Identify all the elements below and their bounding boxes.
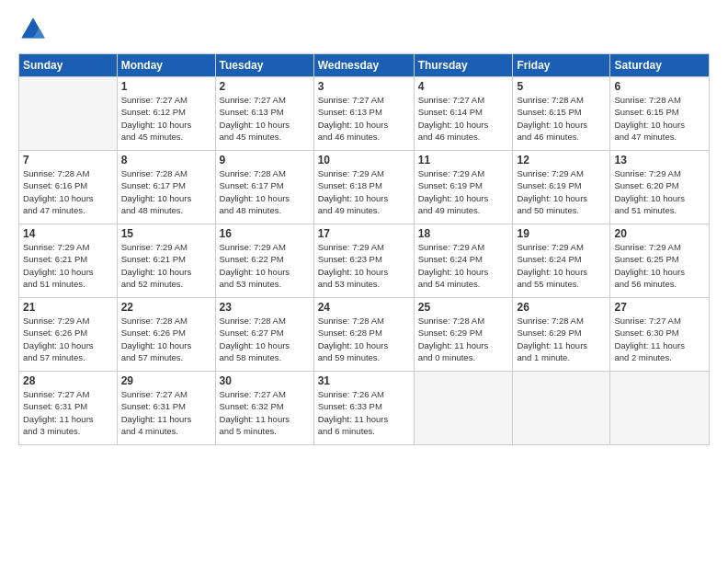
calendar-cell: 1Sunrise: 7:27 AM Sunset: 6:12 PM Daylig… <box>117 77 215 151</box>
day-info: Sunrise: 7:28 AM Sunset: 6:29 PM Dayligh… <box>418 315 509 363</box>
day-info: Sunrise: 7:28 AM Sunset: 6:15 PM Dayligh… <box>517 94 606 143</box>
calendar-cell: 20Sunrise: 7:29 AM Sunset: 6:25 PM Dayli… <box>610 224 710 298</box>
day-number: 12 <box>517 154 606 167</box>
day-info: Sunrise: 7:29 AM Sunset: 6:26 PM Dayligh… <box>23 315 113 363</box>
day-number: 8 <box>121 154 211 167</box>
day-number: 6 <box>614 80 705 93</box>
calendar-cell: 28Sunrise: 7:27 AM Sunset: 6:31 PM Dayli… <box>19 372 118 445</box>
calendar-cell: 21Sunrise: 7:29 AM Sunset: 6:26 PM Dayli… <box>19 298 118 372</box>
day-number: 4 <box>418 80 509 93</box>
weekday-header-row: SundayMondayTuesdayWednesdayThursdayFrid… <box>19 54 710 77</box>
day-info: Sunrise: 7:29 AM Sunset: 6:19 PM Dayligh… <box>517 167 606 216</box>
day-number: 1 <box>121 80 211 93</box>
calendar-week-row: 1Sunrise: 7:27 AM Sunset: 6:12 PM Daylig… <box>19 77 710 151</box>
calendar-week-row: 14Sunrise: 7:29 AM Sunset: 6:21 PM Dayli… <box>19 224 710 298</box>
day-info: Sunrise: 7:28 AM Sunset: 6:17 PM Dayligh… <box>220 167 310 216</box>
weekday-header-tuesday: Tuesday <box>215 54 313 77</box>
calendar-cell: 13Sunrise: 7:29 AM Sunset: 6:20 PM Dayli… <box>610 151 710 224</box>
calendar-cell: 2Sunrise: 7:27 AM Sunset: 6:13 PM Daylig… <box>215 77 313 151</box>
day-number: 16 <box>220 227 310 240</box>
calendar-cell: 8Sunrise: 7:28 AM Sunset: 6:17 PM Daylig… <box>117 151 215 224</box>
calendar-cell: 24Sunrise: 7:28 AM Sunset: 6:28 PM Dayli… <box>313 298 414 372</box>
day-number: 21 <box>23 301 113 314</box>
day-info: Sunrise: 7:28 AM Sunset: 6:17 PM Dayligh… <box>121 167 211 216</box>
day-info: Sunrise: 7:26 AM Sunset: 6:33 PM Dayligh… <box>318 388 410 437</box>
day-number: 14 <box>23 227 113 240</box>
calendar-cell: 9Sunrise: 7:28 AM Sunset: 6:17 PM Daylig… <box>215 151 313 224</box>
calendar-week-row: 7Sunrise: 7:28 AM Sunset: 6:16 PM Daylig… <box>19 151 710 224</box>
calendar-cell: 6Sunrise: 7:28 AM Sunset: 6:15 PM Daylig… <box>610 77 710 151</box>
day-info: Sunrise: 7:27 AM Sunset: 6:30 PM Dayligh… <box>614 315 705 363</box>
day-number: 11 <box>418 154 509 167</box>
day-info: Sunrise: 7:28 AM Sunset: 6:26 PM Dayligh… <box>121 315 211 363</box>
weekday-header-sunday: Sunday <box>19 54 118 77</box>
day-number: 28 <box>23 374 113 387</box>
day-info: Sunrise: 7:27 AM Sunset: 6:32 PM Dayligh… <box>220 388 310 437</box>
day-number: 3 <box>318 80 410 93</box>
day-number: 2 <box>220 80 310 93</box>
day-info: Sunrise: 7:29 AM Sunset: 6:24 PM Dayligh… <box>418 241 509 290</box>
calendar-cell: 18Sunrise: 7:29 AM Sunset: 6:24 PM Dayli… <box>414 224 513 298</box>
page: SundayMondayTuesdayWednesdayThursdayFrid… <box>0 0 728 563</box>
calendar-cell: 19Sunrise: 7:29 AM Sunset: 6:24 PM Dayli… <box>513 224 610 298</box>
calendar-cell <box>414 372 513 445</box>
calendar-cell: 7Sunrise: 7:28 AM Sunset: 6:16 PM Daylig… <box>19 151 118 224</box>
day-info: Sunrise: 7:29 AM Sunset: 6:24 PM Dayligh… <box>517 241 606 290</box>
calendar-cell: 15Sunrise: 7:29 AM Sunset: 6:21 PM Dayli… <box>117 224 215 298</box>
day-info: Sunrise: 7:27 AM Sunset: 6:31 PM Dayligh… <box>23 388 113 437</box>
logo-icon <box>18 15 48 44</box>
weekday-header-thursday: Thursday <box>414 54 513 77</box>
day-info: Sunrise: 7:29 AM Sunset: 6:23 PM Dayligh… <box>318 241 410 290</box>
calendar-cell: 12Sunrise: 7:29 AM Sunset: 6:19 PM Dayli… <box>513 151 610 224</box>
day-number: 17 <box>318 227 410 240</box>
day-info: Sunrise: 7:27 AM Sunset: 6:14 PM Dayligh… <box>418 94 509 143</box>
day-number: 25 <box>418 301 509 314</box>
day-number: 29 <box>121 374 211 387</box>
day-number: 18 <box>418 227 509 240</box>
header <box>18 15 710 44</box>
weekday-header-wednesday: Wednesday <box>313 54 414 77</box>
calendar-cell: 29Sunrise: 7:27 AM Sunset: 6:31 PM Dayli… <box>117 372 215 445</box>
day-info: Sunrise: 7:29 AM Sunset: 6:19 PM Dayligh… <box>418 167 509 216</box>
day-info: Sunrise: 7:28 AM Sunset: 6:16 PM Dayligh… <box>23 167 113 216</box>
calendar-cell: 5Sunrise: 7:28 AM Sunset: 6:15 PM Daylig… <box>513 77 610 151</box>
day-number: 30 <box>220 374 310 387</box>
day-info: Sunrise: 7:28 AM Sunset: 6:15 PM Dayligh… <box>614 94 705 143</box>
day-number: 15 <box>121 227 211 240</box>
day-info: Sunrise: 7:27 AM Sunset: 6:12 PM Dayligh… <box>121 94 211 143</box>
calendar-cell: 27Sunrise: 7:27 AM Sunset: 6:30 PM Dayli… <box>610 298 710 372</box>
calendar-cell: 4Sunrise: 7:27 AM Sunset: 6:14 PM Daylig… <box>414 77 513 151</box>
logo <box>18 15 51 44</box>
day-number: 19 <box>517 227 606 240</box>
weekday-header-monday: Monday <box>117 54 215 77</box>
calendar-table: SundayMondayTuesdayWednesdayThursdayFrid… <box>18 53 710 445</box>
day-info: Sunrise: 7:29 AM Sunset: 6:22 PM Dayligh… <box>220 241 310 290</box>
calendar-cell: 3Sunrise: 7:27 AM Sunset: 6:13 PM Daylig… <box>313 77 414 151</box>
day-info: Sunrise: 7:29 AM Sunset: 6:20 PM Dayligh… <box>614 167 705 216</box>
calendar-week-row: 21Sunrise: 7:29 AM Sunset: 6:26 PM Dayli… <box>19 298 710 372</box>
day-number: 7 <box>23 154 113 167</box>
day-number: 22 <box>121 301 211 314</box>
calendar-cell: 10Sunrise: 7:29 AM Sunset: 6:18 PM Dayli… <box>313 151 414 224</box>
calendar-cell: 26Sunrise: 7:28 AM Sunset: 6:29 PM Dayli… <box>513 298 610 372</box>
day-info: Sunrise: 7:29 AM Sunset: 6:21 PM Dayligh… <box>23 241 113 290</box>
calendar-week-row: 28Sunrise: 7:27 AM Sunset: 6:31 PM Dayli… <box>19 372 710 445</box>
day-info: Sunrise: 7:27 AM Sunset: 6:13 PM Dayligh… <box>220 94 310 143</box>
calendar-cell: 23Sunrise: 7:28 AM Sunset: 6:27 PM Dayli… <box>215 298 313 372</box>
day-info: Sunrise: 7:29 AM Sunset: 6:21 PM Dayligh… <box>121 241 211 290</box>
day-info: Sunrise: 7:29 AM Sunset: 6:25 PM Dayligh… <box>614 241 705 290</box>
calendar-cell: 16Sunrise: 7:29 AM Sunset: 6:22 PM Dayli… <box>215 224 313 298</box>
day-number: 27 <box>614 301 705 314</box>
weekday-header-saturday: Saturday <box>610 54 710 77</box>
day-info: Sunrise: 7:28 AM Sunset: 6:27 PM Dayligh… <box>220 315 310 363</box>
calendar-cell: 17Sunrise: 7:29 AM Sunset: 6:23 PM Dayli… <box>313 224 414 298</box>
day-number: 24 <box>318 301 410 314</box>
weekday-header-friday: Friday <box>513 54 610 77</box>
calendar-cell: 25Sunrise: 7:28 AM Sunset: 6:29 PM Dayli… <box>414 298 513 372</box>
day-info: Sunrise: 7:29 AM Sunset: 6:18 PM Dayligh… <box>318 167 410 216</box>
calendar-cell <box>610 372 710 445</box>
calendar-cell: 14Sunrise: 7:29 AM Sunset: 6:21 PM Dayli… <box>19 224 118 298</box>
day-info: Sunrise: 7:27 AM Sunset: 6:13 PM Dayligh… <box>318 94 410 143</box>
day-info: Sunrise: 7:28 AM Sunset: 6:29 PM Dayligh… <box>517 315 606 363</box>
day-number: 5 <box>517 80 606 93</box>
